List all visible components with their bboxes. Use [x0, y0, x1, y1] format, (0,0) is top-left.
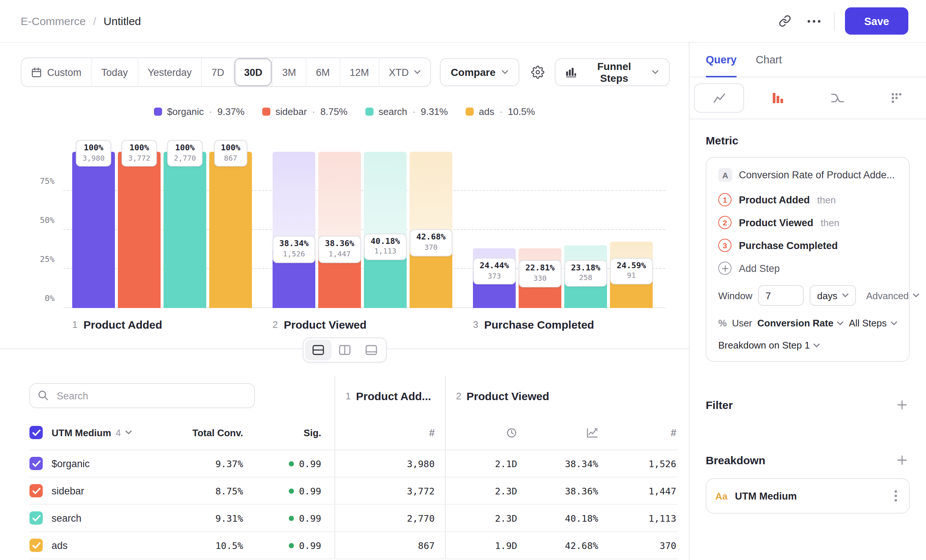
date-range-30d[interactable]: 30D — [234, 58, 272, 86]
date-range-custom[interactable]: Custom — [21, 58, 91, 86]
legend-item-sidebar[interactable]: sidebar·8.75% — [262, 106, 348, 117]
metric-step-3[interactable]: 3Purchase Completed — [718, 239, 897, 252]
date-range-7d[interactable]: 7D — [201, 58, 234, 86]
y-axis-tick: 25% — [21, 254, 54, 264]
plus-circle-icon — [718, 262, 732, 275]
table-row-ads[interactable]: ads10.5%0.998671.9D42.68%370 — [29, 532, 678, 559]
breakdown-item-menu-button[interactable] — [891, 487, 900, 505]
add-breakdown-button[interactable] — [894, 453, 910, 468]
legend-item-search[interactable]: search·9.31% — [365, 106, 448, 117]
add-filter-button[interactable] — [894, 397, 910, 413]
add-step-button[interactable]: Add Step — [718, 262, 780, 275]
funnel-bar-ads-step1[interactable]: 100%867 — [209, 152, 252, 308]
layout-split-horizontal-button[interactable] — [305, 340, 331, 360]
date-range-3m[interactable]: 3M — [272, 58, 306, 86]
metric-step-1[interactable]: 1Product Addedthen — [718, 193, 897, 206]
row-checkbox-cell — [29, 477, 51, 504]
metric-card[interactable]: A Conversion Rate of Product Adde... 1Pr… — [706, 157, 910, 362]
select-all-checkbox[interactable] — [29, 426, 43, 439]
tab-query[interactable]: Query — [706, 43, 737, 77]
legend-item-ads[interactable]: ads·10.5% — [466, 106, 535, 117]
step2-time-header[interactable] — [445, 416, 519, 450]
step2-count-header[interactable]: # — [600, 416, 678, 450]
window-input[interactable] — [758, 285, 804, 306]
date-range-12m[interactable]: 12M — [339, 58, 379, 86]
table-row-search[interactable]: search9.31%0.992,7702.3D40.18%1,113 — [29, 505, 678, 532]
step2-conv-header[interactable] — [519, 416, 600, 450]
funnel-bar-search-step2[interactable]: 40.18%1,113 — [364, 152, 407, 308]
compare-label: Compare — [451, 66, 495, 78]
funnel-bar-sidebar-step2[interactable]: 38.36%1,447 — [318, 152, 361, 308]
more-menu-button[interactable] — [805, 17, 824, 26]
measure-entity[interactable]: User — [732, 318, 752, 328]
chart-type-retention-button[interactable] — [867, 77, 926, 119]
tab-chart[interactable]: Chart — [756, 43, 782, 77]
bar-value-label: 100%867 — [214, 140, 247, 167]
breakdown-column-header[interactable]: UTM Medium 4 — [51, 416, 180, 450]
row-checkbox[interactable] — [29, 484, 43, 497]
step2-time: 1.9D — [445, 532, 519, 558]
date-range-6m[interactable]: 6M — [306, 58, 340, 86]
chart-settings-button[interactable] — [528, 63, 547, 82]
date-range-today[interactable]: Today — [91, 58, 138, 86]
row-checkbox-cell — [29, 505, 51, 531]
total-conv-header[interactable]: Total Conv. — [180, 416, 261, 450]
date-range-yesterday[interactable]: Yesterday — [138, 58, 201, 86]
bar-percent: 38.34% — [279, 239, 309, 250]
metric-step-label: Product Viewed — [739, 217, 813, 228]
chevron-down-icon — [890, 321, 897, 325]
chart-type-flows-button[interactable] — [808, 77, 867, 119]
date-range-xtd[interactable]: XTD — [379, 58, 430, 86]
step1-count-header[interactable]: # — [334, 416, 445, 450]
step-number-badge: 1 — [718, 193, 732, 206]
layout-split-vertical-button[interactable] — [331, 340, 358, 360]
row-checkbox[interactable] — [29, 457, 43, 470]
funnel-bar-organic-step2[interactable]: 38.34%1,526 — [272, 152, 315, 308]
funnel-bar-search-step3[interactable]: 23.18%258 — [564, 152, 607, 308]
advanced-toggle[interactable]: Advanced — [861, 289, 923, 302]
panel-bottom-icon — [365, 345, 377, 355]
metric-step-label: Product Added — [739, 194, 810, 205]
step-name: Product Added — [83, 318, 162, 331]
chart-type-insights-button[interactable] — [690, 77, 749, 119]
legend-item-organic[interactable]: $organic·9.37% — [154, 106, 245, 117]
chart-type-funnel-button[interactable] — [749, 77, 808, 119]
layout-panel-bottom-button[interactable] — [358, 340, 384, 360]
chevron-down-icon — [814, 343, 820, 347]
sig-header[interactable]: Sig. — [261, 416, 334, 450]
funnel-bar-organic-step3[interactable]: 24.44%373 — [473, 152, 516, 308]
funnel-bar-search-step1[interactable]: 100%2,770 — [163, 152, 206, 308]
y-axis-tick: 50% — [21, 215, 54, 225]
breakdown-item[interactable]: Aa UTM Medium — [706, 478, 910, 513]
window-unit-select[interactable]: days — [810, 285, 856, 306]
chart-toolbar: CustomTodayYesterday7D30D3M6M12MXTD Comp… — [21, 58, 670, 87]
funnel-bar-sidebar-step3[interactable]: 22.81%330 — [519, 152, 561, 308]
date-range-label: 6M — [316, 67, 330, 78]
breadcrumb-parent[interactable]: E-Commerce — [21, 15, 86, 27]
breakdown-on-select[interactable]: Breakdown on Step 1 — [718, 340, 820, 351]
date-range-label: Today — [101, 67, 128, 78]
bar-percent: 100% — [174, 143, 196, 153]
funnel-step-labels: 1Product Added2Product Viewed3Purchase C… — [72, 318, 670, 331]
compare-button[interactable]: Compare — [440, 58, 519, 86]
funnel-bar-sidebar-step1[interactable]: 100%3,772 — [118, 152, 160, 308]
group-step-label: Product Viewed — [466, 389, 549, 402]
save-button[interactable]: Save — [845, 8, 908, 35]
all-steps-select[interactable]: All Steps — [849, 318, 897, 328]
sig-value: 0.99 — [261, 505, 334, 531]
measure-row: % User Conversion Rate All Steps — [718, 318, 897, 328]
search-input[interactable] — [29, 383, 255, 408]
table-row-sidebar[interactable]: sidebar8.75%0.993,7722.3D38.36%1,447 — [29, 477, 678, 505]
chevron-down-icon — [414, 70, 421, 74]
funnel-bar-organic-step1[interactable]: 100%3,980 — [72, 152, 115, 308]
table-row-organic[interactable]: $organic9.37%0.993,9802.1D38.34%1,526 — [29, 450, 678, 477]
row-checkbox[interactable] — [29, 512, 43, 525]
breadcrumb-current[interactable]: Untitled — [103, 15, 141, 27]
row-checkbox[interactable] — [29, 539, 43, 552]
conversion-rate-select[interactable]: Conversion Rate — [757, 318, 844, 328]
metric-step-2[interactable]: 2Product Viewedthen — [718, 216, 897, 229]
view-selector-button[interactable]: Funnel Steps — [554, 58, 670, 86]
funnel-bar-ads-step2[interactable]: 42.68%370 — [410, 152, 452, 308]
funnel-bar-ads-step3[interactable]: 24.59%91 — [610, 152, 653, 308]
share-link-button[interactable] — [776, 12, 794, 30]
